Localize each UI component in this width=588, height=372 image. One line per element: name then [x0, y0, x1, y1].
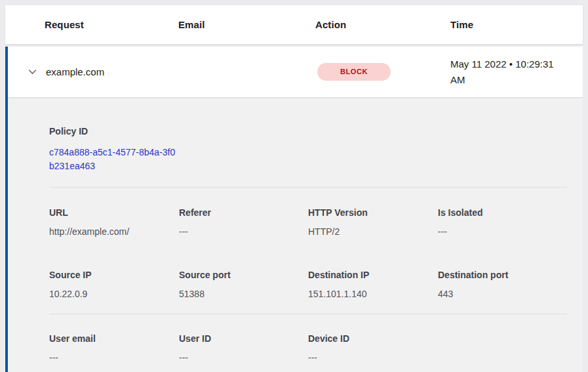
field-value: 10.22.0.9 — [49, 289, 179, 299]
field-source-port: Source port 51388 — [179, 270, 308, 299]
field-value: --- — [308, 352, 438, 363]
field-label: Destination IP — [308, 270, 438, 280]
field-value: http://example.com/ — [49, 226, 179, 237]
field-label: Referer — [179, 207, 308, 218]
field-value: HTTP/2 — [308, 226, 438, 237]
column-header-time: Time — [450, 19, 583, 30]
field-destination-ip: Destination IP 151.101.1.140 — [308, 270, 438, 299]
detail-row-url: URL http://example.com/ Referer --- HTTP… — [49, 207, 567, 237]
field-value: --- — [438, 226, 567, 237]
policy-id-link[interactable]: c784a888-a5c1-4577-8b4a-3f0b231ea463 — [49, 146, 178, 173]
column-header-request: Request — [45, 19, 178, 30]
field-value: 443 — [438, 289, 567, 299]
field-empty — [438, 333, 567, 363]
divider — [49, 314, 567, 314]
field-label: Is Isolated — [438, 207, 567, 218]
request-details: Policy ID c784a888-a5c1-4577-8b4a-3f0b23… — [8, 98, 583, 363]
field-label: Source IP — [49, 270, 179, 280]
field-destination-port: Destination port 443 — [438, 270, 567, 299]
field-source-ip: Source IP 10.22.0.9 — [49, 270, 179, 299]
field-label: Destination port — [438, 270, 567, 280]
field-device-id: Device ID --- — [308, 333, 438, 363]
field-value: --- — [179, 226, 308, 237]
policy-id-section: Policy ID c784a888-a5c1-4577-8b4a-3f0b23… — [49, 126, 567, 173]
field-url: URL http://example.com/ — [49, 207, 179, 237]
divider — [49, 187, 567, 188]
status-badge: BLOCK — [317, 63, 391, 81]
table-row[interactable]: example.com BLOCK May 11 2022 • 10:29:31… — [8, 47, 583, 98]
field-label: Device ID — [308, 333, 438, 344]
field-value: 151.101.1.140 — [308, 289, 438, 299]
request-cell: example.com — [46, 66, 178, 77]
field-referer: Referer --- — [179, 207, 308, 237]
field-is-isolated: Is Isolated --- — [438, 207, 567, 237]
field-value: --- — [49, 352, 179, 363]
time-cell: May 11 2022 • 10:29:31 AM — [450, 56, 567, 88]
chevron-down-icon[interactable] — [25, 65, 39, 79]
field-http-version: HTTP Version HTTP/2 — [308, 207, 438, 237]
table-header: Request Email Action Time — [5, 5, 583, 44]
log-row-expanded: example.com BLOCK May 11 2022 • 10:29:31… — [5, 47, 583, 372]
field-user-id: User ID --- — [179, 333, 308, 363]
action-cell: BLOCK — [317, 63, 450, 81]
field-user-email: User email --- — [49, 333, 179, 363]
policy-id-label: Policy ID — [49, 126, 567, 136]
field-label: Source port — [179, 270, 308, 280]
field-value: --- — [179, 352, 308, 363]
field-value: 51388 — [179, 289, 308, 299]
field-label: User ID — [179, 333, 308, 344]
column-header-email: Email — [178, 19, 315, 30]
detail-row-user: User email --- User ID --- Device ID --- — [49, 333, 567, 363]
field-label: User email — [49, 333, 179, 344]
detail-row-network: Source IP 10.22.0.9 Source port 51388 De… — [49, 270, 567, 299]
column-header-action: Action — [315, 19, 450, 30]
field-label: URL — [49, 207, 179, 218]
field-label: HTTP Version — [308, 207, 438, 218]
